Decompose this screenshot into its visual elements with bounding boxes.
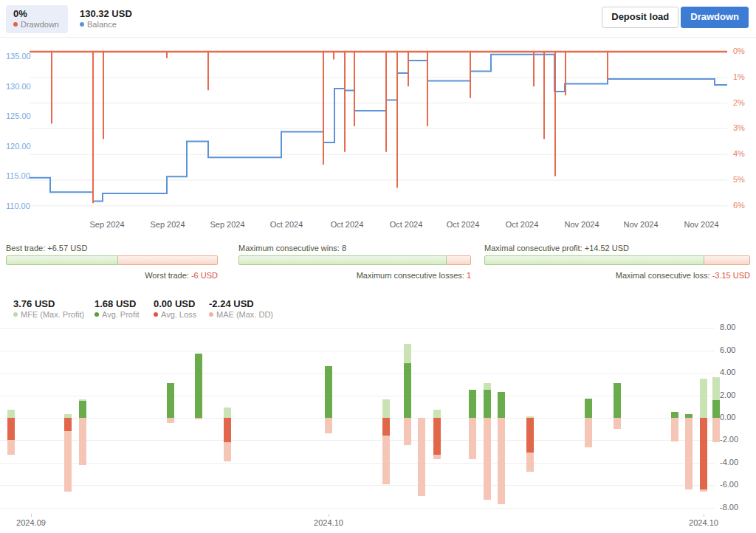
trade-bar-loss xyxy=(382,418,390,436)
axis-tick-label: 4.00 xyxy=(720,368,735,376)
deposit-load-button[interactable]: Deposit load xyxy=(602,7,678,28)
trade-bar-profit xyxy=(685,414,693,418)
header: 0% Drawdown 130.32 USD Balance Deposit l… xyxy=(0,0,756,38)
trade-bar-mae xyxy=(685,418,693,489)
trade-bar-mfe xyxy=(700,379,707,418)
trade-bar-profit xyxy=(712,400,720,418)
axis-tick-label: Sep 2024 xyxy=(89,220,124,229)
trade-bar-loss xyxy=(7,418,15,440)
axis-tick-label: -2.00 xyxy=(720,435,738,444)
mfe-mae-legend: 3.76 USD MFE (Max. Profit) 1.68 USD Avg.… xyxy=(0,298,756,325)
consecutive-wins-block: Maximum consecutive wins: 8 Maximum cons… xyxy=(238,242,471,288)
trade-bar-mfe xyxy=(382,399,390,418)
consecutive-profit-bar xyxy=(484,255,750,265)
consecutive-loss-bar-red xyxy=(704,255,750,265)
axis-tick-label: 0.00 xyxy=(720,413,735,422)
gridline xyxy=(0,328,715,329)
balance-legend-box: 130.32 USD Balance xyxy=(80,8,132,30)
balance-chart-svg xyxy=(0,38,756,221)
axis-tick-label: Oct 2024 xyxy=(447,220,480,229)
trade-bar-mfe xyxy=(7,410,15,418)
trade-bar-profit xyxy=(484,390,491,418)
trade-bar-mae xyxy=(614,418,621,429)
axis-tick-label: 6% xyxy=(733,201,745,210)
x-axis-tick xyxy=(704,514,704,517)
mae-value: -2.24 USD xyxy=(209,298,273,309)
axis-tick-label: 1% xyxy=(733,72,745,81)
consecutive-wins-bar xyxy=(238,255,471,265)
trade-bar-mae xyxy=(712,418,720,442)
axis-tick-label: 6.00 xyxy=(720,345,735,354)
axis-tick-label: 120.00 xyxy=(6,142,31,151)
axis-tick-label: Sep 2024 xyxy=(150,220,185,229)
max-consecutive-wins-label: Maximum consecutive wins: 8 xyxy=(238,244,346,252)
avg-loss-dot-icon xyxy=(154,312,158,317)
best-worst-trade-bar xyxy=(6,255,218,265)
avg-loss-value: 0.00 USD xyxy=(154,298,196,309)
trade-bar-mae xyxy=(404,418,411,445)
consecutive-profit-bar-green xyxy=(484,255,704,265)
drawdown-button[interactable]: Drawdown xyxy=(681,7,749,28)
balance-value: 130.32 USD xyxy=(80,8,132,19)
axis-tick-label: Nov 2024 xyxy=(564,220,599,229)
drawdown-value: 0% xyxy=(13,8,68,19)
drawdown-legend-box: 0% Drawdown xyxy=(6,5,68,33)
axis-tick-label: 8.00 xyxy=(720,323,735,331)
trade-bar-mae xyxy=(585,418,592,447)
consecutive-wins-bar-green xyxy=(238,255,447,265)
mfe-value: 3.76 USD xyxy=(13,298,84,309)
axis-tick-label: Oct 2024 xyxy=(390,220,423,229)
gridline xyxy=(0,463,715,464)
x-axis-label: 2024.10 xyxy=(689,518,718,527)
mae-stat: -2.24 USD MAE (Max. DD) xyxy=(209,298,273,320)
best-trade-bar-green xyxy=(6,255,118,265)
axis-tick-label: 110.00 xyxy=(6,202,30,210)
worst-trade-bar-red xyxy=(118,255,218,265)
trade-bar-mfe xyxy=(433,410,441,418)
balance-line xyxy=(30,55,727,202)
x-axis-label: 2024.10 xyxy=(314,518,343,527)
avg-profit-value: 1.68 USD xyxy=(94,298,140,309)
drawdown-dot-icon xyxy=(13,22,18,27)
trade-bar-mae xyxy=(79,418,86,465)
axis-tick-label: Sep 2024 xyxy=(210,220,244,229)
axis-tick-label: -4.00 xyxy=(720,458,738,467)
consecutive-losses-bar-red xyxy=(447,255,471,265)
drawdown-legend-label: Drawdown xyxy=(13,19,68,30)
trade-bar-mae xyxy=(498,418,505,504)
trade-bar-profit xyxy=(195,354,202,418)
gridline xyxy=(0,485,715,486)
maximal-consecutive-profit-label: Maximal consecutive profit: +14.52 USD xyxy=(484,244,629,252)
trade-bar-profit xyxy=(325,366,332,418)
axis-tick-label: Nov 2024 xyxy=(623,220,658,229)
trade-bar-profit xyxy=(167,383,174,418)
axis-tick-label: -8.00 xyxy=(720,503,738,512)
trade-bar-mae xyxy=(167,418,174,423)
maximal-consecutive-loss-label: Maximal consecutive loss: -3.15 USD xyxy=(616,271,750,280)
trade-stats-bars: Best trade: +6.57 USD Worst trade: -6 US… xyxy=(0,242,756,295)
trade-bar-loss xyxy=(64,418,72,431)
axis-tick-label: 115.00 xyxy=(6,171,30,180)
axis-tick-label: 130.00 xyxy=(6,82,31,91)
balance-drawdown-chart: 135.00130.00125.00120.00115.00110.000%1%… xyxy=(0,38,756,236)
avg-profit-label: Avg. Profit xyxy=(102,310,140,319)
consecutive-profit-block: Maximal consecutive profit: +14.52 USD M… xyxy=(484,242,750,288)
gridline xyxy=(0,373,715,374)
axis-tick-label: -6.00 xyxy=(720,480,738,489)
trade-bar-profit xyxy=(671,412,678,418)
balance-dot-icon xyxy=(80,22,84,27)
axis-tick-label: 135.00 xyxy=(6,52,31,61)
axis-tick-label: Oct 2024 xyxy=(270,220,303,229)
axis-tick-label: 3% xyxy=(733,123,745,132)
trade-bar-loss xyxy=(224,418,231,442)
trade-bar-loss xyxy=(433,418,441,455)
axis-tick-label: 4% xyxy=(733,149,745,158)
avg-loss-label: Avg. Loss xyxy=(161,310,196,319)
trade-bar-profit xyxy=(498,392,505,418)
mfe-label: MFE (Max. Profit) xyxy=(21,310,84,319)
trade-bar-mae xyxy=(325,418,332,433)
avg-profit-stat: 1.68 USD Avg. Profit xyxy=(94,298,140,320)
x-axis-tick xyxy=(31,514,32,517)
mae-dot-icon xyxy=(209,312,213,317)
trade-bar-mae xyxy=(484,418,491,500)
